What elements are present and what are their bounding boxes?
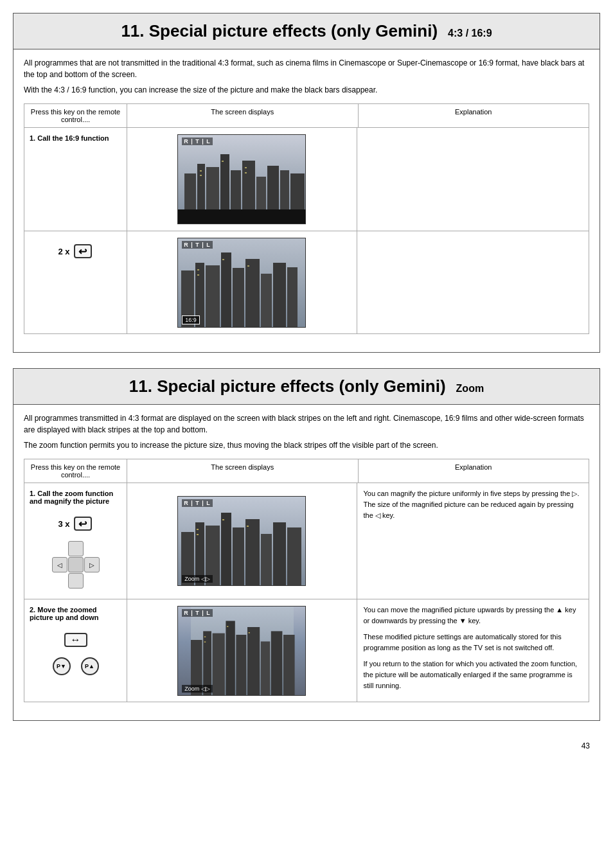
tv-screen-zoom1: R | T | L Zoom ◁▷ (177, 496, 306, 586)
section1-row2-explanation (357, 231, 589, 333)
svg-rect-21 (233, 268, 244, 328)
nav-empty-br (84, 573, 100, 589)
svg-rect-8 (267, 166, 279, 212)
p-plus-button: P▲ (81, 657, 99, 675)
nav-empty-tl (52, 541, 67, 556)
svg-rect-12 (200, 175, 202, 176)
section2-row1-screen: R | T | L Zoom ◁▷ (127, 483, 357, 599)
key-combo-2x-text: 2 x (58, 247, 69, 256)
header-col-screen: The screen displays (127, 104, 359, 127)
svg-rect-43 (222, 519, 224, 520)
section1-row1-left: 1. Call the 16:9 function (24, 128, 127, 231)
section2-row2-screen: R | T | L Zoom ◁▷ (127, 599, 357, 702)
zoom-step2-label: 2. Move the zoomed picture up and down (30, 606, 121, 621)
nav-cross-1: ◁ ▷ (52, 541, 100, 589)
section2-row1-explanation: You can magnify the picture uniformly in… (357, 483, 589, 599)
svg-rect-55 (204, 641, 206, 642)
zoom-exp2-p1: You can move the magnified picture upwar… (364, 605, 583, 626)
nav-up (68, 541, 84, 556)
section1-row1-screen1: R | T | L (127, 128, 357, 231)
tv-screen-1: R | T | L (177, 134, 306, 224)
nav-down (68, 573, 84, 589)
svg-rect-3 (206, 167, 219, 212)
svg-rect-7 (256, 177, 266, 212)
nav-empty-bl (52, 573, 67, 589)
svg-rect-52 (271, 631, 283, 696)
nav-left: ◁ (52, 557, 67, 572)
svg-rect-1 (184, 173, 196, 212)
svg-rect-9 (280, 170, 289, 212)
section1-row1a: 1. Call the 16:9 function (24, 128, 589, 231)
tv-screen-2: R | T | L 16:9 (177, 238, 306, 328)
enter-key-icon: ↩ (74, 244, 92, 258)
section1-body: All programmes that are not transmitted … (13, 49, 600, 334)
section1-subtitle: 4:3 / 16:9 (448, 28, 492, 39)
svg-rect-38 (273, 522, 286, 586)
horizontal-key-icon: ↔ (64, 633, 87, 647)
nav-right: ▷ (84, 557, 100, 572)
svg-rect-56 (249, 632, 250, 633)
section2-intro1: All programmes transmitted in 4:3 format… (24, 412, 589, 436)
s2-header-col-remote: Press this key on the remote control.... (24, 459, 127, 483)
zoom-exp2-p2: These modified picture settings are auto… (364, 632, 583, 653)
svg-rect-15 (222, 161, 224, 162)
section-zoom: 11. Special picture effects (only Gemini… (13, 368, 600, 721)
horiz-arrow-area: ↔ (63, 632, 89, 648)
section1-header: 11. Special picture effects (only Gemini… (13, 13, 600, 49)
svg-rect-28 (247, 265, 249, 267)
svg-rect-57 (227, 626, 228, 627)
svg-rect-11 (200, 170, 202, 172)
section2-row2: 2. Move the zoomed picture up and down ↔… (24, 599, 589, 702)
svg-rect-39 (287, 527, 301, 586)
svg-rect-36 (245, 519, 260, 586)
svg-rect-24 (273, 263, 286, 328)
svg-rect-40 (197, 529, 199, 530)
city-scene-2 (178, 238, 305, 327)
svg-rect-53 (283, 635, 295, 696)
section-4-3-16-9: 11. Special picture effects (only Gemini… (13, 13, 600, 353)
city-scene-zoom2 (178, 607, 305, 695)
section1-row2: 2 x ↩ (24, 231, 589, 333)
svg-rect-48 (226, 621, 235, 696)
section2-row2-left: 2. Move the zoomed picture up and down ↔… (24, 599, 127, 702)
p-buttons: P▼ P▲ (53, 657, 99, 675)
black-bar-bottom-1 (178, 209, 305, 224)
section2-table-header: Press this key on the remote control....… (24, 459, 589, 483)
section2-row1-left: 1. Call the zoom function and magnify th… (24, 483, 127, 599)
section2-body: All programmes transmitted in 4:3 format… (13, 405, 600, 702)
section2-title: 11. Special picture effects (only Gemini… (129, 376, 446, 396)
step1-label: 1. Call the 16:9 function (30, 134, 121, 142)
section1-intro2: With the 4:3 / 16:9 function, you can in… (24, 84, 589, 96)
header-col-remote: Press this key on the remote control.... (24, 104, 127, 127)
section2-table: Press this key on the remote control....… (24, 459, 589, 702)
section2-row1: 1. Call the zoom function and magnify th… (24, 483, 589, 599)
zoom-exp2-p3: If you return to the station for which y… (364, 659, 583, 691)
section1-row1-explanation (357, 128, 589, 231)
svg-rect-4 (220, 154, 229, 212)
section1-row2-left: 2 x ↩ (24, 231, 127, 333)
section2-row2-explanation: You can move the magnified picture upwar… (357, 599, 589, 702)
svg-rect-20 (221, 252, 231, 328)
city-svg-zoom1 (178, 497, 306, 586)
rtl-label-1: R | T | L (182, 137, 213, 145)
svg-rect-41 (197, 534, 199, 535)
nav-empty-tr (84, 541, 100, 556)
section1-table: Press this key on the remote control....… (24, 103, 589, 334)
zoom-badge-2: Zoom ◁▷ (182, 685, 213, 693)
enter-key-icon-zoom: ↩ (74, 517, 92, 531)
svg-rect-26 (197, 269, 199, 270)
zoom-step1-label: 1. Call the zoom function and magnify th… (30, 490, 121, 505)
city-svg-zoom2 (178, 607, 306, 696)
svg-rect-13 (245, 167, 247, 168)
rtl-label-zoom2: R | T | L (182, 609, 213, 617)
svg-rect-42 (247, 526, 249, 527)
svg-rect-54 (204, 636, 206, 637)
section1-row2-screen: R | T | L 16:9 (127, 231, 357, 333)
svg-rect-6 (242, 161, 255, 212)
svg-rect-51 (261, 641, 270, 696)
p-minus-button: P▼ (53, 657, 71, 675)
svg-rect-35 (233, 527, 244, 586)
16-9-badge: 16:9 (182, 315, 200, 324)
svg-rect-23 (261, 274, 272, 328)
svg-rect-47 (213, 633, 225, 695)
